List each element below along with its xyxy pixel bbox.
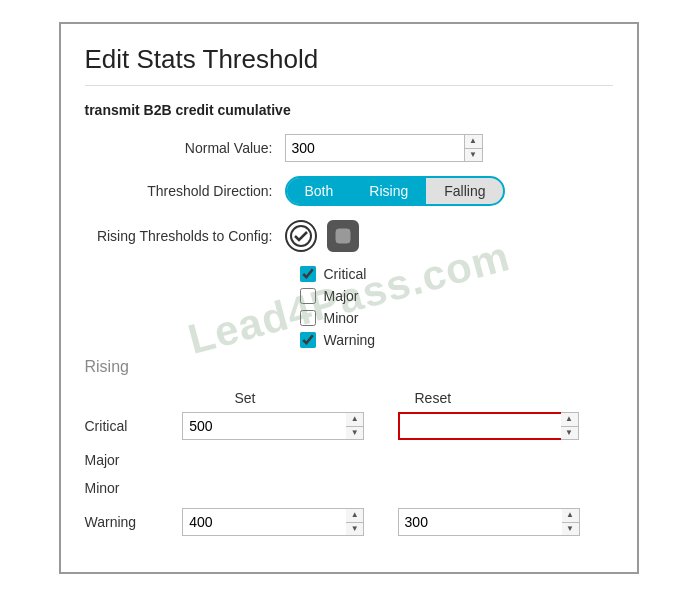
threshold-table: Set Reset Critical ▲ ▼ ▲ ▼ M (85, 390, 613, 536)
rounded-rect-icon[interactable] (327, 220, 359, 252)
checkbox-minor-input[interactable] (300, 310, 316, 326)
checkbox-warning-input[interactable] (300, 332, 316, 348)
normal-value-label: Normal Value: (85, 140, 285, 156)
normal-value-input[interactable] (285, 134, 465, 162)
checkbox-critical-label: Critical (324, 266, 367, 282)
spinner-down-icon[interactable]: ▼ (561, 427, 578, 440)
spinner-up-icon[interactable]: ▲ (465, 135, 482, 149)
checkbox-minor[interactable]: Minor (300, 310, 613, 326)
spinner-up-icon[interactable]: ▲ (346, 413, 363, 427)
warning-set-spinner[interactable]: ▲ ▼ (346, 508, 364, 536)
reset-header: Reset (385, 390, 605, 406)
rising-thresholds-label: Rising Thresholds to Config: (85, 228, 285, 244)
row-label-major: Major (85, 452, 183, 468)
svg-rect-1 (335, 228, 351, 244)
spinner-up-icon[interactable]: ▲ (561, 413, 578, 427)
spinner-up-icon[interactable]: ▲ (562, 509, 579, 523)
warning-reset-input[interactable] (398, 508, 563, 536)
dialog-title: Edit Stats Threshold (85, 44, 613, 86)
spinner-down-icon[interactable]: ▼ (465, 149, 482, 162)
normal-value-spinner[interactable]: ▲ ▼ (465, 134, 483, 162)
table-row-warning: Warning ▲ ▼ ▲ ▼ (85, 508, 613, 536)
threshold-direction-toggle: Both Rising Falling (285, 176, 506, 206)
spinner-down-icon[interactable]: ▼ (346, 523, 363, 536)
checkbox-critical-input[interactable] (300, 266, 316, 282)
critical-reset-input[interactable] (398, 412, 563, 440)
table-header-row: Set Reset (85, 390, 613, 406)
checkbox-warning-label: Warning (324, 332, 376, 348)
rising-thresholds-config-row: Rising Thresholds to Config: (85, 220, 613, 252)
table-row-critical: Critical ▲ ▼ ▲ ▼ (85, 412, 613, 440)
normal-value-row: Normal Value: ▲ ▼ (85, 134, 613, 162)
checkbox-major-input[interactable] (300, 288, 316, 304)
row-label-warning: Warning (85, 514, 183, 530)
critical-set-input[interactable] (182, 412, 347, 440)
spinner-down-icon[interactable]: ▼ (346, 427, 363, 440)
checkbox-list: Critical Major Minor Warning (300, 266, 613, 348)
row-label-critical: Critical (85, 418, 183, 434)
critical-reset-spinner[interactable]: ▲ ▼ (561, 412, 579, 440)
set-header: Set (185, 390, 385, 406)
checkbox-major-label: Major (324, 288, 359, 304)
toggle-rising[interactable]: Rising (351, 178, 426, 204)
dialog-subtitle: transmit B2B credit cumulative (85, 102, 613, 118)
warning-reset-spinner[interactable]: ▲ ▼ (562, 508, 580, 536)
checkbox-minor-label: Minor (324, 310, 359, 326)
config-icons (285, 220, 359, 252)
checkbox-warning[interactable]: Warning (300, 332, 613, 348)
svg-point-0 (291, 226, 311, 246)
checkbox-critical[interactable]: Critical (300, 266, 613, 282)
threshold-direction-row: Threshold Direction: Both Rising Falling (85, 176, 613, 206)
spinner-up-icon[interactable]: ▲ (346, 509, 363, 523)
toggle-falling[interactable]: Falling (426, 178, 503, 204)
row-label-minor: Minor (85, 480, 183, 496)
table-row-major: Major (85, 452, 613, 468)
toggle-both[interactable]: Both (287, 178, 352, 204)
critical-set-spinner[interactable]: ▲ ▼ (346, 412, 364, 440)
check-circle-icon[interactable] (285, 220, 317, 252)
checkbox-major[interactable]: Major (300, 288, 613, 304)
threshold-direction-label: Threshold Direction: (85, 183, 285, 199)
spinner-down-icon[interactable]: ▼ (562, 523, 579, 536)
rising-section-heading: Rising (85, 358, 613, 376)
edit-stats-threshold-dialog: Lead4Pass.com Edit Stats Threshold trans… (59, 22, 639, 574)
table-row-minor: Minor (85, 480, 613, 496)
warning-set-input[interactable] (182, 508, 347, 536)
